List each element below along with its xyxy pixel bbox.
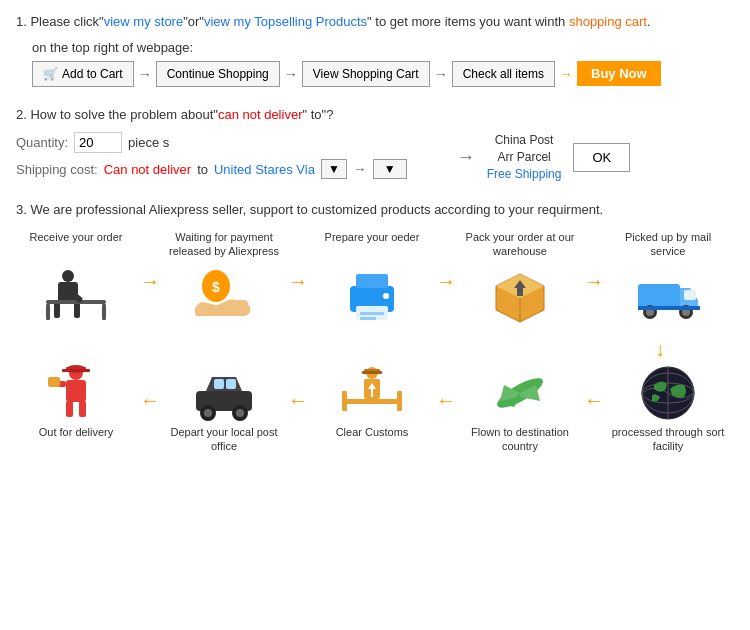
arrow-r1-2: → [284,230,312,293]
svg-rect-2 [54,302,60,318]
truck-icon [636,264,700,328]
svg-text:$: $ [212,279,220,295]
arrow-3: → [434,66,448,82]
svg-rect-22 [684,290,696,300]
wf-receive-label: Receive your order [30,230,123,260]
svg-rect-39 [226,379,236,389]
shipping-label: Shipping cost: [16,162,98,177]
svg-rect-6 [102,304,106,320]
svg-rect-48 [342,399,402,404]
svg-rect-31 [62,369,90,372]
buy-now-button[interactable]: Buy Now [577,61,661,86]
arrow-1: → [138,66,152,82]
check-items-button[interactable]: Check all items [452,61,555,87]
wf-sort: processed through sort facility [608,361,728,459]
view-store-link[interactable]: view my store [104,14,183,29]
quantity-input[interactable] [74,132,122,153]
wf-customs-label: Clear Customs [336,425,409,455]
ship-arrow: → [353,161,367,177]
arrow-4: → [559,66,573,82]
continue-shopping-button[interactable]: Continue Shopping [156,61,280,87]
wf-prepare-label: Prepare your oeder [325,230,420,260]
section-2: 2. How to solve the problem about"can no… [16,105,734,183]
add-to-cart-button[interactable]: 🛒 Add to Cart [32,61,134,87]
shipping-row: Shipping cost: Can not deliver to United… [16,159,407,179]
china-post-info: China Post Arr Parcel Free Shipping [487,132,562,182]
arrow-2: → [284,66,298,82]
svg-rect-4 [46,300,106,304]
svg-rect-15 [360,317,376,320]
qty-unit: piece s [128,135,169,150]
svg-rect-12 [356,274,388,288]
button-row: 🛒 Add to Cart → Continue Shopping → View… [32,61,734,87]
wf-pack-label: Pack your order at our warehouse [460,230,580,260]
ok-button[interactable]: OK [573,143,630,172]
section-3: 3. We are professional Aliexpress seller… [16,200,734,459]
shipping-option-dropdown[interactable]: ▼ [373,159,407,179]
arrow-r2-2: ← [284,361,312,412]
svg-rect-34 [79,401,86,417]
svg-rect-5 [46,304,50,320]
china-post-section: → China Post Arr Parcel Free Shipping OK [457,132,631,182]
section1-subtext: on the top right of webpage: [32,40,734,55]
svg-rect-3 [74,302,80,318]
view-cart-button[interactable]: View Shopping Cart [302,61,430,87]
right-arrow: → [457,147,475,168]
car-icon [192,361,256,425]
arrow-r1-4: → [580,230,608,293]
arrow-r2-4: ← [580,361,608,412]
down-arrow: ↓ [646,338,674,361]
cannot-deliver-label: Can not deliver [104,162,191,177]
arrow-r1-1: → [136,230,164,293]
wf-payment-label: Waiting for payment released by Aliexpre… [164,230,284,260]
shopping-cart-link[interactable]: shopping cart [569,14,647,29]
wf-sort-label: processed through sort facility [608,425,728,455]
svg-point-43 [236,409,244,417]
destination-dropdown[interactable]: ▼ [321,159,347,179]
globe-icon [636,361,700,425]
delivery-person-icon [44,361,108,425]
cart-icon: 🛒 [43,67,58,81]
customs-icon [340,361,404,425]
svg-rect-32 [66,380,86,402]
svg-point-41 [204,409,212,417]
topselling-link[interactable]: view my Topselling Products [204,14,367,29]
svg-rect-27 [638,306,700,310]
china-post-line1: China Post [487,132,562,149]
workflow: Receive your order [16,230,734,459]
workflow-row-1: Receive your order [16,230,734,328]
printer-icon [340,264,404,328]
section-1: 1. Please click"view my store"or"view my… [16,12,734,87]
wf-plane: Flown to destination country [460,361,580,459]
cannot-deliver-text: can not deliver [218,107,303,122]
svg-rect-49 [342,391,347,411]
svg-rect-36 [48,377,60,387]
svg-point-0 [62,270,74,282]
arrow-r2-3: ← [432,361,460,412]
qty-label: Quantity: [16,135,68,150]
section2-title: 2. How to solve the problem about"can no… [16,105,734,125]
svg-rect-10 [228,300,248,308]
svg-point-16 [383,293,389,299]
wf-pack: Pack your order at our warehouse [460,230,580,328]
wf-receive-order: Receive your order [16,230,136,328]
wf-payment: Waiting for payment released by Aliexpre… [164,230,284,328]
box-icon [488,264,552,328]
section2-inner: Quantity: piece s Shipping cost: Can not… [16,132,734,182]
destination-label: United Stares Via [214,162,315,177]
payment-icon: $ [192,264,256,328]
plane-icon [488,361,552,425]
wf-depart-label: Depart your local post office [164,425,284,455]
wf-out-delivery-label: Out for delivery [39,425,114,455]
china-post-line2: Arr Parcel [487,149,562,166]
arrow-r1-3: → [432,230,460,293]
wf-plane-label: Flown to destination country [460,425,580,455]
svg-rect-50 [397,391,402,411]
quantity-row: Quantity: piece s [16,132,407,153]
wf-pickup-label: Picked up by mail service [608,230,728,260]
shipping-controls: Quantity: piece s Shipping cost: Can not… [16,132,407,179]
svg-rect-33 [66,401,73,417]
svg-rect-14 [360,312,384,315]
person-desk-icon [44,264,108,328]
wf-out-delivery: Out for delivery [16,361,136,459]
